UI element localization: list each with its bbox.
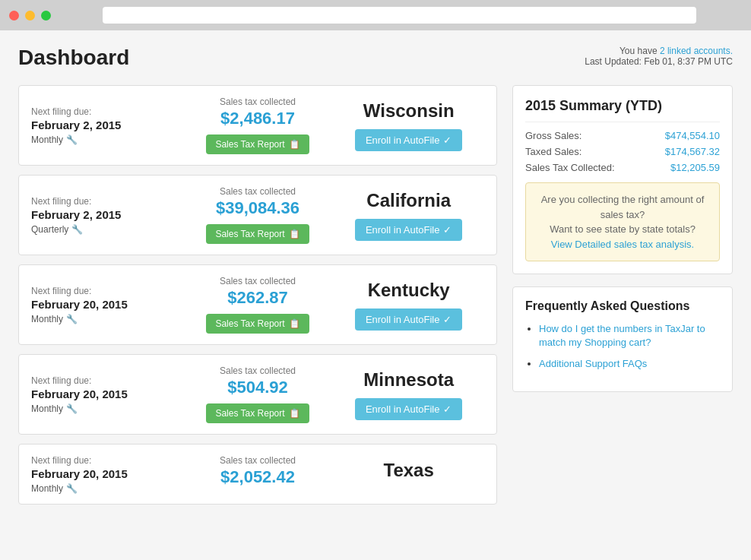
checkmark-icon: ✓	[443, 403, 452, 415]
autofile-button-minnesota[interactable]: Enroll in AutoFile ✓	[355, 398, 463, 420]
wrench-icon[interactable]: 🔧	[71, 224, 83, 235]
filing-info-wisconsin: Next filing due: February 2, 2015 Monthl…	[31, 106, 182, 145]
state-info-kentucky: Kentucky Enroll in AutoFile ✓	[333, 280, 484, 331]
minimize-button[interactable]	[25, 11, 35, 21]
state-name-minnesota: Minnesota	[333, 369, 484, 391]
state-info-california: California Enroll in AutoFile ✓	[333, 190, 484, 241]
taxed-sales-value: $174,567.32	[665, 146, 720, 157]
tax-label: Sales tax collected	[182, 276, 334, 286]
summary-row-collected: Sales Tax Collected: $12,205.59	[525, 162, 720, 173]
filing-info-california: Next filing due: February 2, 2015 Quarte…	[31, 196, 182, 235]
frequency-wisconsin: Monthly 🔧	[31, 134, 182, 145]
filing-label: Next filing due:	[31, 106, 182, 117]
document-icon: 📋	[289, 229, 300, 239]
summary-row-taxed: Taxed Sales: $174,567.32	[525, 146, 720, 157]
summary-title: 2015 Summary (YTD)	[525, 98, 720, 122]
filing-date-california: February 2, 2015	[31, 208, 182, 221]
maximize-button[interactable]	[41, 11, 51, 21]
title-bar	[0, 0, 751, 30]
last-updated: Last Updated: Feb 01, 8:37 PM UTC	[585, 56, 733, 67]
state-name-california: California	[333, 190, 484, 211]
tax-info-wisconsin: Sales tax collected $2,486.17 Sales Tax …	[182, 96, 334, 154]
tax-label: Sales tax collected	[182, 455, 334, 466]
notice-box: Are you collecting the right amount of s…	[525, 182, 720, 261]
tax-amount-kentucky: $262.87	[182, 288, 334, 308]
state-card-kentucky: Next filing due: February 20, 2015 Month…	[18, 264, 497, 345]
filing-label: Next filing due:	[31, 196, 182, 207]
document-icon: 📋	[289, 318, 300, 329]
state-info-texas: Texas	[333, 460, 484, 489]
tax-info-california: Sales tax collected $39,084.36 Sales Tax…	[182, 186, 334, 244]
frequency-california: Quarterly 🔧	[31, 224, 182, 235]
wrench-icon[interactable]: 🔧	[66, 314, 78, 324]
tax-info-texas: Sales tax collected $2,052.42	[182, 455, 334, 493]
autofile-button-wisconsin[interactable]: Enroll in AutoFile ✓	[355, 129, 463, 151]
tax-label: Sales tax collected	[182, 186, 334, 197]
notice-line1: Are you collecting the right amount of s…	[541, 194, 705, 220]
filing-info-texas: Next filing due: February 20, 2015 Month…	[31, 455, 182, 494]
wrench-icon[interactable]: 🔧	[66, 483, 78, 494]
gross-sales-label: Gross Sales:	[525, 130, 581, 141]
page-content: Dashboard You have 2 linked accounts. La…	[0, 30, 751, 560]
state-card-california: Next filing due: February 2, 2015 Quarte…	[18, 175, 497, 255]
faq-item-1: Additional Support FAQs	[539, 357, 720, 371]
sales-tax-report-button-california[interactable]: Sales Tax Report 📋	[206, 224, 309, 244]
url-bar[interactable]	[103, 7, 696, 24]
wrench-icon[interactable]: 🔧	[66, 134, 78, 145]
faq-title: Frequently Asked Questions	[525, 299, 720, 313]
header-info: You have 2 linked accounts. Last Updated…	[585, 46, 733, 67]
linked-accounts-text: You have 2 linked accounts.	[585, 46, 733, 56]
sales-tax-report-button-wisconsin[interactable]: Sales Tax Report 📋	[206, 134, 309, 154]
filing-date-texas: February 20, 2015	[31, 467, 182, 480]
document-icon: 📋	[289, 408, 300, 419]
filing-info-minnesota: Next filing due: February 20, 2015 Month…	[31, 375, 182, 414]
state-info-wisconsin: Wisconsin Enroll in AutoFile ✓	[333, 100, 484, 151]
filing-date-minnesota: February 20, 2015	[31, 388, 182, 400]
filing-date-kentucky: February 20, 2015	[31, 298, 182, 311]
state-card-texas: Next filing due: February 20, 2015 Month…	[18, 444, 497, 505]
filing-label: Next filing due:	[31, 375, 182, 386]
tax-label: Sales tax collected	[182, 96, 334, 107]
tax-amount-california: $39,084.36	[182, 198, 334, 218]
sales-tax-report-button-kentucky[interactable]: Sales Tax Report 📋	[206, 314, 309, 334]
tax-label: Sales tax collected	[182, 365, 334, 376]
state-info-minnesota: Minnesota Enroll in AutoFile ✓	[333, 369, 484, 420]
tax-info-kentucky: Sales tax collected $262.87 Sales Tax Re…	[182, 276, 334, 334]
faq-link-0[interactable]: How do I get the numbers in TaxJar to ma…	[539, 323, 705, 348]
faq-list: How do I get the numbers in TaxJar to ma…	[525, 322, 720, 372]
tax-amount-texas: $2,052.42	[182, 467, 334, 487]
linked-accounts-link[interactable]: 2 linked accounts.	[660, 46, 733, 56]
collected-label: Sales Tax Collected:	[525, 162, 615, 173]
checkmark-icon: ✓	[443, 224, 452, 236]
state-card-wisconsin: Next filing due: February 2, 2015 Monthl…	[18, 85, 497, 166]
tax-amount-wisconsin: $2,486.17	[182, 109, 334, 128]
filing-label: Next filing due:	[31, 455, 182, 466]
wrench-icon[interactable]: 🔧	[66, 403, 78, 414]
state-name-texas: Texas	[333, 460, 484, 481]
faq-item-0: How do I get the numbers in TaxJar to ma…	[539, 322, 720, 350]
document-icon: 📋	[289, 139, 300, 150]
main-layout: Next filing due: February 2, 2015 Monthl…	[18, 85, 733, 505]
sales-tax-report-button-minnesota[interactable]: Sales Tax Report 📋	[206, 403, 309, 423]
state-name-kentucky: Kentucky	[333, 280, 484, 301]
frequency-texas: Monthly 🔧	[31, 483, 182, 494]
detailed-analysis-link[interactable]: View Detailed sales tax analysis.	[551, 239, 694, 250]
autofile-button-kentucky[interactable]: Enroll in AutoFile ✓	[355, 308, 463, 331]
right-sidebar: 2015 Summary (YTD) Gross Sales: $474,554…	[512, 85, 733, 505]
state-cards-list: Next filing due: February 2, 2015 Monthl…	[18, 85, 497, 505]
frequency-kentucky: Monthly 🔧	[31, 314, 182, 324]
state-name-wisconsin: Wisconsin	[333, 100, 484, 122]
faq-box: Frequently Asked Questions How do I get …	[512, 286, 733, 392]
faq-link-1[interactable]: Additional Support FAQs	[539, 358, 647, 369]
frequency-minnesota: Monthly 🔧	[31, 403, 182, 414]
close-button[interactable]	[9, 11, 19, 21]
autofile-button-california[interactable]: Enroll in AutoFile ✓	[355, 219, 463, 241]
summary-row-gross: Gross Sales: $474,554.10	[525, 130, 720, 141]
gross-sales-value: $474,554.10	[665, 130, 720, 141]
filing-date-wisconsin: February 2, 2015	[31, 119, 182, 131]
tax-info-minnesota: Sales tax collected $504.92 Sales Tax Re…	[182, 365, 334, 423]
tax-amount-minnesota: $504.92	[182, 378, 334, 397]
filing-info-kentucky: Next filing due: February 20, 2015 Month…	[31, 286, 182, 324]
collected-value: $12,205.59	[670, 162, 720, 173]
page-header: Dashboard You have 2 linked accounts. La…	[18, 46, 733, 70]
